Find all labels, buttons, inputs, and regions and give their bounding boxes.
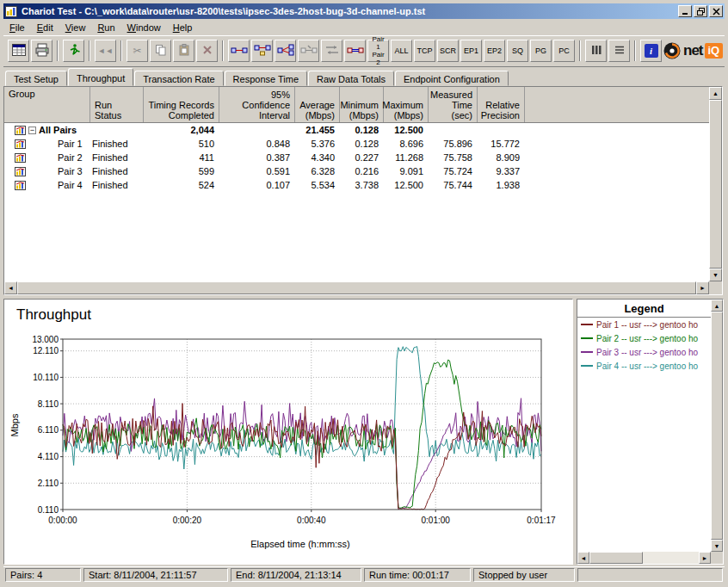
window-title: Chariot Test - C:\_work\data\router\usr-… (22, 6, 676, 16)
tab-test-setup[interactable]: Test Setup (5, 71, 67, 86)
scroll-thumb[interactable] (709, 100, 722, 269)
view-sq-button[interactable]: SQ (507, 40, 528, 62)
restore-button[interactable] (694, 5, 707, 17)
column-header-minimum[interactable]: Minimum (Mbps) (340, 87, 384, 122)
scroll-left-icon[interactable]: ◄ (4, 281, 17, 294)
cut-button[interactable]: ✂ (126, 40, 148, 62)
column-header-time[interactable]: Measured Time (sec) (429, 87, 478, 122)
results-table: Group Run Status Timing Records Complete… (3, 86, 723, 295)
svg-text:4.110: 4.110 (38, 452, 59, 461)
printer-icon (34, 43, 50, 59)
column-header-maximum[interactable]: Maximum (Mbps) (384, 87, 429, 122)
table-row-pair-4[interactable]: Pair 4 Finished 524 0.107 5.534 3.738 12… (4, 178, 722, 192)
column-header-precision[interactable]: Relative Precision (478, 87, 525, 122)
title-bar[interactable]: Chariot Test - C:\_work\data\router\usr-… (3, 3, 725, 19)
add-multicast-button[interactable] (275, 40, 296, 62)
scroll-right-icon[interactable]: ► (696, 281, 709, 294)
column-header-run-status[interactable]: Run Status (90, 87, 144, 122)
list-view-button[interactable] (608, 40, 630, 62)
view-pc-button[interactable]: PC (553, 40, 575, 62)
scroll-down-icon[interactable]: ▼ (709, 269, 722, 281)
scroll-thumb[interactable] (17, 281, 696, 294)
show-pair-views-button[interactable]: Pair 1 Pair 2 (367, 40, 389, 62)
column-header-confidence[interactable]: 95% Confidence Interval (219, 87, 295, 122)
delete-button[interactable] (196, 40, 218, 62)
tab-throughput[interactable]: Throughput (68, 68, 133, 86)
toolbar-separator (57, 40, 59, 61)
table-row-pair-3[interactable]: Pair 3 Finished 599 0.591 6.328 0.216 9.… (4, 164, 722, 178)
menu-run[interactable]: Run (91, 21, 120, 34)
menu-edit[interactable]: Edit (31, 21, 59, 34)
all-pairs-maximum: 12.500 (384, 125, 429, 135)
legend-item-pair-1[interactable]: Pair 1 -- usr ---> gentoo ho (577, 318, 711, 331)
legend-label: Pair 1 -- usr ---> gentoo ho (596, 320, 698, 330)
legend-item-pair-3[interactable]: Pair 3 -- usr ---> gentoo ho (577, 345, 711, 359)
status-pairs: Pairs: 4 (5, 568, 81, 582)
table-row-all-pairs[interactable]: − All Pairs 2,044 21.455 0.128 12.500 (4, 123, 722, 137)
rewind-button[interactable]: ◄◄ (95, 40, 116, 62)
svg-text:10.110: 10.110 (33, 373, 59, 382)
columns-button[interactable] (585, 40, 607, 62)
legend-horizontal-scrollbar[interactable]: ◄ ► (577, 552, 711, 564)
minimize-button[interactable] (678, 5, 692, 17)
throughput-plot: 0.1102.1104.1106.1108.11010.11012.11013.… (6, 329, 565, 535)
legend-vertical-scrollbar[interactable]: ▲ ▼ (711, 300, 723, 552)
view-pg-button[interactable]: PG (530, 40, 552, 62)
pair-name: Pair 2 (58, 152, 83, 163)
column-header-records[interactable]: Timing Records Completed (144, 87, 219, 122)
legend-item-pair-2[interactable]: Pair 2 -- usr ---> gentoo ho (577, 331, 711, 345)
pair-name: Pair 4 (58, 180, 83, 190)
columns-icon (590, 44, 602, 58)
scroll-down-icon[interactable]: ▼ (711, 540, 723, 552)
pair-group-icon (254, 43, 271, 59)
help-button[interactable]: i (640, 40, 662, 62)
paste-button[interactable] (173, 40, 194, 62)
column-header-group[interactable]: Group (4, 87, 90, 122)
series-line-swatch (581, 351, 593, 353)
table-horizontal-scrollbar[interactable]: ◄ ► (4, 281, 709, 294)
view-tcp-button[interactable]: TCP (414, 40, 435, 62)
table-row-pair-2[interactable]: Pair 2 Finished 411 0.387 4.340 0.227 11… (4, 151, 722, 164)
view-scr-button[interactable]: SCR (437, 40, 459, 62)
tab-response-time[interactable]: Response Time (225, 71, 307, 86)
swap-endpoints-button[interactable] (321, 40, 342, 62)
print-button[interactable] (31, 40, 52, 62)
legend-label: Pair 3 -- usr ---> gentoo ho (596, 348, 698, 357)
legend-label: Pair 2 -- usr ---> gentoo ho (596, 334, 698, 343)
connect-pairs-button[interactable] (344, 40, 366, 62)
menu-window[interactable]: Window (121, 21, 167, 34)
tab-endpoint-config[interactable]: Endpoint Configuration (395, 71, 509, 86)
tab-raw-data-totals[interactable]: Raw Data Totals (308, 71, 394, 86)
add-pair-group-button[interactable] (251, 40, 273, 62)
new-test-button[interactable] (8, 40, 29, 62)
scroll-thumb[interactable] (589, 552, 643, 564)
menu-file[interactable]: File (3, 21, 31, 34)
copy-icon (155, 44, 167, 58)
run-status: Finished (90, 180, 144, 190)
legend-item-pair-4[interactable]: Pair 4 -- usr ---> gentoo ho (577, 359, 711, 373)
view-all-button[interactable]: ALL (391, 40, 412, 62)
column-header-average[interactable]: Average (Mbps) (295, 87, 340, 122)
scroll-up-icon[interactable]: ▲ (711, 300, 723, 312)
scroll-left-icon[interactable]: ◄ (577, 552, 589, 564)
tab-transaction-rate[interactable]: Transaction Rate (134, 71, 223, 86)
scroll-thumb[interactable] (711, 312, 723, 540)
table-vertical-scrollbar[interactable]: ▲ ▼ (709, 87, 722, 281)
view-ep1-button[interactable]: EP1 (460, 40, 482, 62)
menu-view[interactable]: View (59, 21, 92, 34)
collapse-expander-icon[interactable]: − (28, 127, 36, 134)
scroll-right-icon[interactable]: ► (699, 552, 711, 564)
close-button[interactable] (709, 5, 723, 17)
rewind-icon: ◄◄ (98, 46, 114, 55)
throughput-chart-panel: Throughput Mbps 0.1102.1104.1106.1108.11… (3, 299, 573, 565)
copy-button[interactable] (150, 40, 171, 62)
connect-icon (347, 43, 364, 59)
run-test-button[interactable] (63, 40, 84, 62)
table-row-pair-1[interactable]: Pair 1 Finished 510 0.848 5.376 0.128 8.… (4, 137, 722, 151)
menu-help[interactable]: Help (167, 21, 199, 34)
view-ep2-button[interactable]: EP2 (484, 40, 505, 62)
netiq-logo: net iQ (663, 41, 726, 60)
add-pair-button[interactable] (228, 40, 250, 62)
scroll-up-icon[interactable]: ▲ (709, 87, 722, 100)
edit-pair-button[interactable] (298, 40, 319, 62)
